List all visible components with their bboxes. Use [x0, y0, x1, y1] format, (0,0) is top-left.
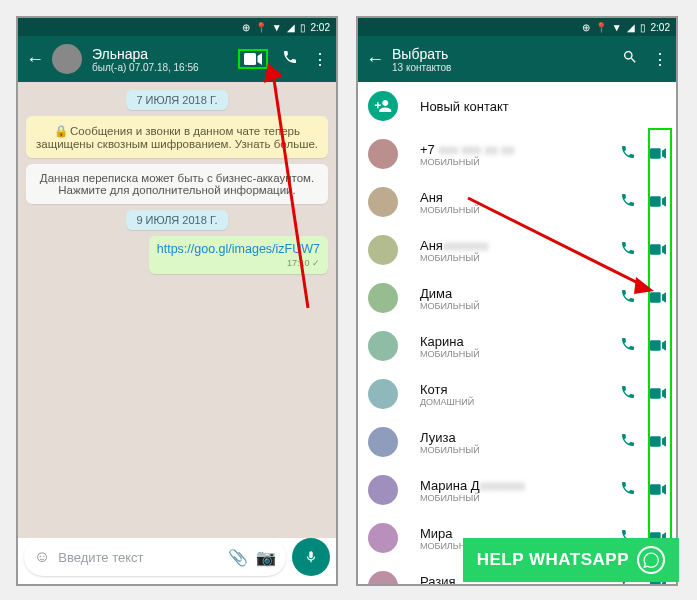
contact-type: МОБИЛЬНЫЙ [420, 205, 606, 215]
new-contact-row[interactable]: Новый контакт [358, 82, 676, 130]
back-icon[interactable]: ← [26, 49, 44, 70]
more-icon[interactable]: ⋮ [312, 50, 328, 69]
message-out[interactable]: https://goo.gl/images/izFUW7 17:10 ✓ [149, 236, 328, 274]
video-call-icon[interactable] [650, 385, 666, 403]
svg-marker-13 [662, 340, 666, 351]
contact-name: Марина Дxxxxxxx [420, 478, 606, 493]
contact-name: Луиза [420, 430, 606, 445]
tea-icon: ⊕ [582, 22, 590, 33]
status-bar: ⊕ 📍 ▼ ◢ ▯ 2:02 [18, 18, 336, 36]
voice-call-icon[interactable] [620, 240, 636, 260]
svg-rect-12 [650, 340, 661, 351]
video-call-icon[interactable] [238, 49, 268, 69]
input-placeholder: Введите текст [58, 550, 220, 565]
svg-marker-9 [662, 244, 666, 255]
wifi-icon: ▼ [272, 22, 282, 33]
contact-row[interactable]: ЛуизаМОБИЛЬНЫЙ [358, 418, 676, 466]
date-chip: 7 ИЮЛЯ 2018 Г. [126, 90, 227, 110]
svg-rect-4 [650, 148, 661, 159]
contact-avatar [368, 139, 398, 169]
contact-row[interactable]: АняxxxxxxxМОБИЛЬНЫЙ [358, 226, 676, 274]
search-icon[interactable] [622, 49, 638, 69]
contact-type: МОБИЛЬНЫЙ [420, 253, 606, 263]
contact-row[interactable]: КотяДОМАШНИЙ [358, 370, 676, 418]
message-link[interactable]: https://goo.gl/images/izFUW7 [157, 242, 320, 256]
contact-row[interactable]: ДимаМОБИЛЬНЫЙ [358, 274, 676, 322]
whatsapp-icon [637, 546, 665, 574]
contact-type: МОБИЛЬНЫЙ [420, 493, 606, 503]
contact-avatar [368, 331, 398, 361]
contact-name: Карина [420, 334, 606, 349]
contact-name: Дима [420, 286, 606, 301]
svg-rect-8 [650, 244, 661, 255]
wifi-icon: ▼ [612, 22, 622, 33]
back-icon[interactable]: ← [366, 49, 384, 70]
contact-avatar [368, 427, 398, 457]
svg-rect-18 [650, 484, 661, 495]
video-call-icon[interactable] [650, 337, 666, 355]
voice-call-icon[interactable] [282, 49, 298, 69]
location-icon: 📍 [595, 22, 607, 33]
video-call-icon[interactable] [650, 289, 666, 307]
business-notice[interactable]: Данная переписка может быть с бизнес-акк… [26, 164, 328, 204]
contact-avatar [368, 379, 398, 409]
battery-icon: ▯ [640, 22, 646, 33]
svg-rect-6 [650, 196, 661, 207]
svg-rect-10 [650, 292, 661, 303]
help-whatsapp-banner: HELP WHATSAPP [463, 538, 679, 582]
voice-call-icon[interactable] [620, 192, 636, 212]
picker-sub: 13 контактов [392, 62, 622, 73]
voice-call-icon[interactable] [620, 384, 636, 404]
contact-row[interactable]: КаринаМОБИЛЬНЫЙ [358, 322, 676, 370]
more-icon[interactable]: ⋮ [652, 50, 668, 69]
svg-marker-5 [662, 148, 666, 159]
contact-row[interactable]: +7 xxx xxx xx xxМОБИЛЬНЫЙ [358, 130, 676, 178]
contact-avatar[interactable] [52, 44, 82, 74]
contact-name: Аня [420, 190, 606, 205]
tea-icon: ⊕ [242, 22, 250, 33]
contact-type: ДОМАШНИЙ [420, 397, 606, 407]
contact-header[interactable]: Эльнара был(-а) 07.07.18, 16:56 [92, 46, 238, 73]
svg-marker-19 [662, 484, 666, 495]
voice-call-icon[interactable] [620, 480, 636, 500]
contact-type: МОБИЛЬНЫЙ [420, 301, 606, 311]
contact-row[interactable]: Марина ДxxxxxxxМОБИЛЬНЫЙ [358, 466, 676, 514]
video-call-icon[interactable] [650, 481, 666, 499]
emoji-icon[interactable]: ☺ [34, 548, 50, 566]
svg-marker-15 [662, 388, 666, 399]
voice-call-icon[interactable] [620, 336, 636, 356]
message-input[interactable]: ☺ Введите текст 📎 📷 [24, 538, 286, 576]
attach-icon[interactable]: 📎 [228, 548, 248, 567]
video-call-icon[interactable] [650, 433, 666, 451]
camera-icon[interactable]: 📷 [256, 548, 276, 567]
mic-button[interactable] [292, 538, 330, 576]
svg-marker-7 [662, 196, 666, 207]
svg-marker-17 [662, 436, 666, 447]
status-bar: ⊕ 📍 ▼ ◢ ▯ 2:02 [358, 18, 676, 36]
video-call-icon[interactable] [650, 241, 666, 259]
picker-header: Выбрать 13 контактов [392, 46, 622, 73]
video-call-icon[interactable] [650, 193, 666, 211]
video-call-icon[interactable] [650, 145, 666, 163]
encryption-notice[interactable]: 🔒Сообщения и звонки в данном чате теперь… [26, 116, 328, 158]
add-contact-icon [368, 91, 398, 121]
signal-icon: ◢ [627, 22, 635, 33]
contact-avatar [368, 187, 398, 217]
picker-title: Выбрать [392, 46, 622, 62]
voice-call-icon[interactable] [620, 144, 636, 164]
voice-call-icon[interactable] [620, 432, 636, 452]
picker-appbar: ← Выбрать 13 контактов ⋮ [358, 36, 676, 82]
contacts-list[interactable]: Новый контакт +7 xxx xxx xx xxМОБИЛЬНЫЙА… [358, 82, 676, 584]
contact-lastseen: был(-а) 07.07.18, 16:56 [92, 62, 238, 73]
contact-avatar [368, 235, 398, 265]
contact-name: Котя [420, 382, 606, 397]
battery-icon: ▯ [300, 22, 306, 33]
contact-name: +7 xxx xxx xx xx [420, 142, 606, 157]
voice-call-icon[interactable] [620, 288, 636, 308]
contact-row[interactable]: АняМОБИЛЬНЫЙ [358, 178, 676, 226]
location-icon: 📍 [255, 22, 267, 33]
input-bar: ☺ Введите текст 📎 📷 [24, 538, 330, 576]
svg-rect-0 [244, 53, 256, 65]
message-time: 17:10 ✓ [157, 258, 320, 268]
contact-avatar [368, 523, 398, 553]
